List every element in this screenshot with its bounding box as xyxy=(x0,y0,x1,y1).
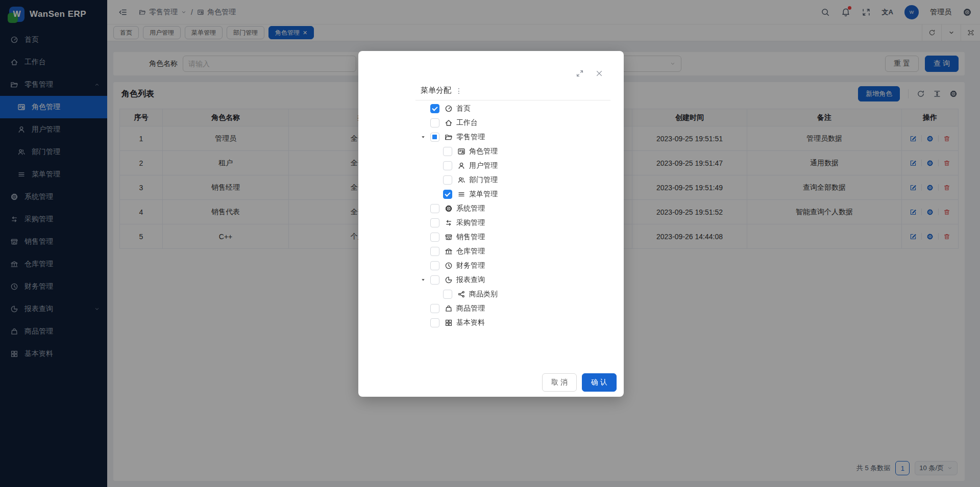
tree-item[interactable]: 部门管理 xyxy=(420,173,614,187)
user-icon xyxy=(457,162,465,170)
confirm-button[interactable]: 确 认 xyxy=(582,373,617,392)
dialog-close-icon[interactable] xyxy=(595,69,603,78)
tree-checkbox[interactable] xyxy=(430,204,439,213)
shop-icon xyxy=(445,233,453,241)
tree-checkbox[interactable] xyxy=(443,175,452,185)
tree-item[interactable]: 首页 xyxy=(420,101,614,116)
tree-item[interactable]: 商品管理 xyxy=(420,301,614,316)
tree-checkbox[interactable] xyxy=(430,233,439,242)
tree-checkbox[interactable] xyxy=(430,247,439,256)
tree-item[interactable]: 商品类别 xyxy=(420,287,614,301)
tree-checkbox[interactable] xyxy=(443,290,452,299)
bank-icon xyxy=(445,247,453,255)
tree-item[interactable]: 基本资料 xyxy=(420,316,614,330)
tree-item[interactable]: 财务管理 xyxy=(420,259,614,273)
tree-checkbox[interactable] xyxy=(430,104,439,113)
dashboard-icon xyxy=(445,105,453,113)
gear-icon xyxy=(445,204,453,213)
menu-assign-dialog: 菜单分配 ⋮ 首页 工作台 零售管理 角色管理 xyxy=(358,51,624,397)
tree-checkbox[interactable] xyxy=(443,190,452,199)
tree-checkbox[interactable] xyxy=(443,147,452,156)
tree-item[interactable]: 角色管理 xyxy=(420,144,614,159)
tree-checkbox[interactable] xyxy=(430,218,439,227)
tree-item[interactable]: 销售管理 xyxy=(420,230,614,244)
tree-checkbox[interactable] xyxy=(430,304,439,313)
tree-item[interactable]: 仓库管理 xyxy=(420,244,614,259)
clock-icon xyxy=(445,262,453,270)
tree-checkbox[interactable] xyxy=(430,261,439,270)
tree-checkbox[interactable] xyxy=(430,118,439,127)
pie-icon xyxy=(445,276,453,284)
share-icon xyxy=(457,290,465,298)
swap-icon xyxy=(445,219,453,227)
menu-lines-icon xyxy=(457,190,465,198)
home-icon xyxy=(445,119,453,127)
grid-icon xyxy=(445,319,453,327)
tree-item[interactable]: 工作台 xyxy=(420,116,614,130)
tree-item[interactable]: 菜单管理 xyxy=(420,187,614,201)
tree-item[interactable]: 零售管理 xyxy=(420,130,614,144)
tree-item[interactable]: 系统管理 xyxy=(420,201,614,216)
role-card-icon xyxy=(457,147,465,156)
tree-checkbox[interactable] xyxy=(443,161,452,170)
more-vertical-icon[interactable]: ⋮ xyxy=(455,87,462,95)
tree-checkbox[interactable] xyxy=(430,133,439,142)
folder-open-icon xyxy=(445,133,453,141)
team-icon xyxy=(457,176,465,184)
dialog-title: 菜单分配 xyxy=(421,86,451,95)
caret-down-icon[interactable] xyxy=(420,277,430,283)
bag-icon xyxy=(445,304,453,313)
tree-item[interactable]: 用户管理 xyxy=(420,159,614,173)
tree-item[interactable]: 采购管理 xyxy=(420,216,614,230)
dialog-expand-icon[interactable] xyxy=(576,69,584,78)
menu-tree: 首页 工作台 零售管理 角色管理 用户管理 xyxy=(358,100,624,330)
tree-item[interactable]: 报表查询 xyxy=(420,273,614,287)
cancel-button[interactable]: 取 消 xyxy=(542,373,577,392)
caret-down-icon[interactable] xyxy=(420,134,430,140)
tree-checkbox[interactable] xyxy=(430,318,439,327)
tree-checkbox[interactable] xyxy=(430,275,439,285)
